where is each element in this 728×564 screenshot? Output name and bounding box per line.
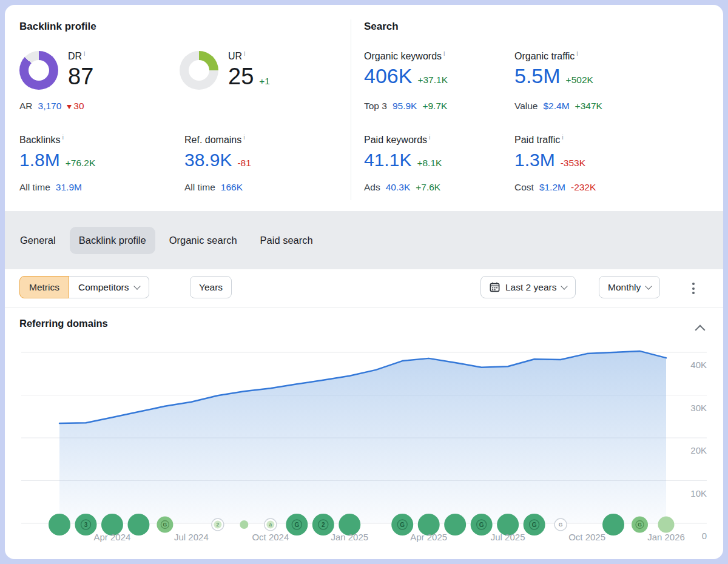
paid-keywords-label: Paid keywords	[364, 133, 431, 146]
x-axis-tick: Apr 2025	[410, 532, 447, 542]
competitors-button[interactable]: Competitors	[69, 276, 149, 298]
alltime-label: All time	[19, 182, 50, 193]
organic-traffic-value[interactable]: 5.5M	[514, 65, 561, 87]
event-marker[interactable]: 2	[212, 519, 224, 531]
backlinks-delta: +76.2K	[66, 158, 96, 169]
ref-domains-label-text: Ref. domains	[184, 135, 241, 145]
alltime-label: All time	[184, 182, 215, 193]
event-marker[interactable]: G	[157, 517, 173, 533]
collapse-chevron-icon[interactable]	[695, 325, 706, 335]
alltime-value[interactable]: 166K	[221, 182, 243, 193]
info-icon[interactable]	[443, 50, 445, 57]
event-glyph: 3	[84, 522, 88, 528]
x-axis-tick: Jan 2025	[331, 532, 368, 542]
chart-title: Referring domains	[19, 318, 108, 329]
ar-value[interactable]: 3,170	[38, 101, 62, 112]
info-icon[interactable]	[576, 50, 578, 57]
event-marker[interactable]	[658, 517, 675, 533]
info-icon[interactable]	[429, 133, 430, 141]
ref-domains-value-row: 38.9K -81	[184, 150, 251, 170]
event-marker[interactable]	[240, 520, 248, 529]
paid-traffic-value[interactable]: 1.3M	[514, 150, 555, 170]
paid-traffic-label-text: Paid traffic	[514, 135, 560, 145]
tab-backlink-profile[interactable]: Backlink profile	[70, 227, 155, 254]
event-glyph: G	[294, 522, 299, 528]
event-glyph: a	[269, 522, 272, 528]
years-button[interactable]: Years	[190, 276, 232, 298]
ur-value-row: 25 +1	[228, 65, 270, 89]
y-axis-tick: 20K	[690, 445, 707, 455]
event-glyph: G	[638, 522, 642, 528]
info-icon[interactable]	[562, 133, 563, 141]
event-marker[interactable]	[602, 514, 624, 535]
event-glyph: G	[479, 522, 484, 528]
overview-card: Backlink profile Search DR 87 UR 25 +1 A…	[5, 5, 723, 559]
organic-keywords-value-row: 406K +37.1K	[364, 65, 448, 87]
x-axis-tick: Jul 2024	[174, 532, 209, 542]
event-glyph: G	[559, 522, 563, 528]
tab-paid-search[interactable]: Paid search	[251, 227, 322, 254]
kebab-icon	[692, 283, 695, 285]
y-axis-tick: 30K	[690, 403, 707, 413]
info-icon[interactable]	[62, 133, 64, 141]
info-icon[interactable]	[244, 50, 245, 57]
info-icon[interactable]	[243, 133, 244, 141]
backlinks-value-row: 1.8M +76.2K	[19, 150, 95, 170]
date-range-label: Last 2 years	[505, 282, 556, 293]
ref-domains-value[interactable]: 38.9K	[184, 150, 232, 170]
ads-delta: +7.6K	[416, 182, 440, 193]
referring-domains-chart[interactable]: 3G2aG2GGGGG40K30K20K10K0Apr 2024Jul 2024…	[5, 344, 723, 554]
cost-value[interactable]: $1.2M	[539, 182, 565, 193]
paid-traffic-delta: -353K	[561, 158, 585, 169]
event-marker[interactable]	[49, 514, 70, 535]
event-marker[interactable]	[127, 514, 149, 535]
ads-value[interactable]: 40.3K	[386, 182, 411, 193]
event-marker[interactable]: G	[471, 514, 493, 535]
x-axis-tick: Jul 2025	[491, 532, 525, 542]
ur-label: UR	[228, 50, 246, 62]
event-glyph: G	[400, 522, 405, 528]
ur-delta: +1	[259, 76, 270, 87]
tab-organic-search[interactable]: Organic search	[160, 227, 246, 254]
backlinks-value[interactable]: 1.8M	[19, 150, 60, 170]
vertical-divider	[351, 19, 351, 200]
event-glyph: 2	[217, 522, 220, 528]
value-amount[interactable]: $2.4M	[544, 101, 570, 112]
section-tabs: General Backlink profile Organic search …	[5, 211, 723, 269]
event-marker[interactable]: G	[554, 519, 567, 531]
top3-delta: +9.7K	[422, 101, 447, 112]
event-marker[interactable]: G	[524, 514, 545, 535]
chevron-down-icon	[645, 283, 652, 289]
paid-keywords-value-row: 41.1K +8.1K	[364, 150, 442, 170]
ur-donut-gauge	[180, 51, 218, 90]
organic-keywords-label: Organic keywords	[364, 50, 445, 62]
event-marker[interactable]	[444, 514, 466, 535]
triangle-down-icon	[67, 105, 72, 109]
ar-delta: 30	[67, 101, 84, 112]
info-icon[interactable]	[84, 50, 85, 57]
top3-value[interactable]: 95.9K	[393, 101, 417, 112]
ref-domains-delta: -81	[237, 158, 251, 169]
dr-value: 87	[68, 65, 93, 89]
event-glyph: G	[532, 522, 537, 528]
dr-label: DR	[68, 50, 86, 62]
event-marker[interactable]: a	[265, 519, 277, 531]
more-options-button[interactable]	[689, 279, 698, 298]
organic-traffic-label-text: Organic traffic	[514, 51, 575, 61]
metrics-button-label: Metrics	[29, 282, 59, 293]
event-marker[interactable]: G	[286, 514, 308, 535]
date-range-button[interactable]: Last 2 years	[480, 276, 576, 298]
search-title: Search	[364, 21, 399, 33]
top3-label: Top 3	[364, 101, 387, 112]
organic-keywords-delta: +37.1K	[417, 75, 448, 86]
organic-keywords-label-text: Organic keywords	[364, 51, 442, 61]
metrics-button[interactable]: Metrics	[19, 276, 69, 298]
alltime-value[interactable]: 31.9M	[56, 182, 82, 193]
granularity-button[interactable]: Monthly	[599, 276, 660, 298]
organic-keywords-value[interactable]: 406K	[364, 65, 412, 87]
years-button-label: Years	[199, 282, 223, 293]
value-label: Value	[514, 101, 538, 112]
paid-keywords-value[interactable]: 41.1K	[364, 150, 411, 170]
tab-general[interactable]: General	[11, 227, 65, 254]
event-marker[interactable]: G	[632, 517, 648, 533]
